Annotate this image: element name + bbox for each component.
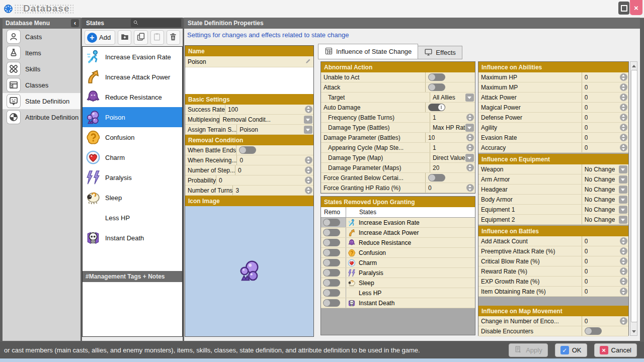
- add-state-button[interactable]: + Add: [85, 30, 115, 45]
- toggle-switch[interactable]: [323, 249, 340, 256]
- field-arm-armor[interactable]: No Change: [582, 174, 628, 184]
- state-item-increase-attack-power[interactable]: Increase Attack Power: [83, 67, 182, 87]
- field-defense-power[interactable]: 0: [582, 113, 628, 122]
- field-maximum-hp[interactable]: 0: [582, 72, 628, 82]
- toggle-switch[interactable]: [428, 174, 445, 182]
- states-search-input[interactable]: [131, 19, 181, 27]
- dropdown-button[interactable]: [465, 154, 474, 162]
- spinner-button[interactable]: [620, 317, 627, 325]
- field-headgear[interactable]: No Change: [582, 185, 628, 194]
- field-number-of-step[interactable]: 0: [235, 165, 313, 175]
- field-probability[interactable]: 0: [216, 175, 313, 185]
- name-field[interactable]: Poison: [185, 56, 313, 67]
- dropdown-button[interactable]: [304, 116, 312, 124]
- field-accuracy[interactable]: 0: [582, 143, 628, 152]
- field-force-granting-hp-ratio[interactable]: 0: [425, 183, 475, 193]
- apply-button[interactable]: Apply: [509, 343, 548, 357]
- spinner-button[interactable]: [305, 176, 312, 184]
- spinner-button[interactable]: [466, 134, 474, 141]
- field-damage-parameter-maps[interactable]: 20: [430, 163, 475, 172]
- dropdown-button[interactable]: [619, 216, 627, 224]
- spinner-button[interactable]: [620, 104, 627, 111]
- copy-button[interactable]: [134, 30, 147, 45]
- field-maximum-mp[interactable]: 0: [582, 82, 628, 92]
- field-agility[interactable]: 0: [582, 123, 628, 132]
- field-equipment-2[interactable]: No Change: [582, 215, 628, 224]
- state-item-paralysis[interactable]: Paralysis: [83, 167, 182, 188]
- spinner-button[interactable]: [620, 94, 627, 101]
- scrollbar-thumb[interactable]: [631, 70, 637, 322]
- field-magical-power[interactable]: 0: [582, 103, 628, 112]
- spinner-button[interactable]: [620, 267, 627, 275]
- delete-button[interactable]: [167, 30, 180, 45]
- spinner-button[interactable]: [305, 166, 312, 174]
- field-when-receiving[interactable]: 0: [236, 155, 313, 165]
- dropdown-button[interactable]: [465, 124, 474, 132]
- toggle-switch[interactable]: [585, 327, 602, 335]
- tab-influence-of-state-change[interactable]: Influence of State Change: [318, 44, 418, 59]
- state-item-charm[interactable]: Charm: [83, 147, 182, 167]
- field-attack-power[interactable]: 0: [582, 93, 628, 102]
- dropdown-button[interactable]: [619, 175, 627, 184]
- spinner-button[interactable]: [620, 288, 627, 295]
- spinner-button[interactable]: [305, 156, 312, 164]
- field-preemptive-attack-rate[interactable]: 0: [582, 246, 628, 256]
- toggle-switch[interactable]: [323, 289, 340, 297]
- spinner-button[interactable]: [620, 144, 627, 151]
- dropdown-button[interactable]: [465, 94, 474, 102]
- spinner-button[interactable]: [620, 114, 627, 121]
- spinner-button[interactable]: [620, 257, 627, 265]
- field-change-in-number-of-enco[interactable]: 0: [582, 316, 628, 326]
- state-item-instant-death[interactable]: Instant Death: [83, 228, 182, 248]
- removal-cell[interactable]: [321, 218, 346, 227]
- spinner-button[interactable]: [466, 164, 474, 171]
- field-reward-rate[interactable]: 0: [582, 266, 628, 276]
- state-item-confusion[interactable]: Confusion: [83, 127, 182, 147]
- field-disable-encounters[interactable]: [582, 326, 628, 336]
- scroll-down-button[interactable]: [630, 328, 637, 335]
- sidebar-item-classes[interactable]: Classes: [3, 77, 80, 93]
- toggle-switch[interactable]: [323, 239, 340, 246]
- tab-effects[interactable]: Effects: [418, 46, 462, 59]
- field-exp-growth-rate[interactable]: 0: [582, 277, 628, 286]
- removal-cell[interactable]: [321, 268, 346, 278]
- field-item-obtaining-rate[interactable]: 0: [582, 287, 628, 296]
- state-item-less-hp[interactable]: Less HP: [83, 208, 182, 228]
- spinner-button[interactable]: [620, 278, 627, 285]
- field-when-battle-ends[interactable]: [236, 145, 313, 155]
- spinner-button[interactable]: [620, 237, 627, 245]
- dropdown-button[interactable]: [619, 186, 627, 194]
- field-frequency-battle-turns[interactable]: 1: [430, 113, 475, 122]
- icon-image-preview[interactable]: [185, 206, 313, 336]
- state-item-poison[interactable]: Poison: [83, 107, 182, 127]
- state-item-increase-evasion-rate[interactable]: Increase Evasion Rate: [83, 47, 182, 67]
- toggle-switch[interactable]: [323, 279, 340, 287]
- dropdown-button[interactable]: [304, 126, 312, 134]
- ok-button[interactable]: ✓ OK: [555, 343, 587, 357]
- spinner-button[interactable]: [305, 106, 312, 113]
- close-button[interactable]: ×: [630, 0, 642, 15]
- spinner-button[interactable]: [620, 124, 627, 131]
- vertical-scrollbar[interactable]: [630, 61, 637, 336]
- spinner-button[interactable]: [620, 73, 627, 81]
- state-item-sleep[interactable]: Sleep: [83, 188, 182, 208]
- state-item-reduce-resistance[interactable]: Reduce Resistance: [83, 87, 182, 107]
- field-body-armor[interactable]: No Change: [582, 195, 628, 204]
- toggle-switch[interactable]: [323, 259, 340, 266]
- removal-cell[interactable]: [321, 288, 346, 298]
- toggle-switch[interactable]: [323, 299, 340, 307]
- toggle-switch[interactable]: [323, 229, 340, 236]
- toggle-switch[interactable]: [428, 83, 445, 91]
- sidebar-item-attribute-definition[interactable]: Attribute Definition: [3, 109, 80, 125]
- spinner-button[interactable]: [305, 187, 312, 194]
- field-attack[interactable]: [425, 82, 475, 92]
- spinner-button[interactable]: [466, 144, 474, 151]
- toggle-switch[interactable]: [428, 73, 445, 81]
- field-evasion-rate[interactable]: 0: [582, 133, 628, 142]
- toggle-switch[interactable]: [323, 269, 340, 277]
- cancel-button[interactable]: × Cancel: [594, 343, 637, 357]
- toggle-switch[interactable]: [428, 104, 445, 111]
- field-force-granted-below-certai[interactable]: [425, 173, 475, 183]
- spinner-button[interactable]: [620, 83, 627, 91]
- spinner-button[interactable]: [620, 134, 627, 141]
